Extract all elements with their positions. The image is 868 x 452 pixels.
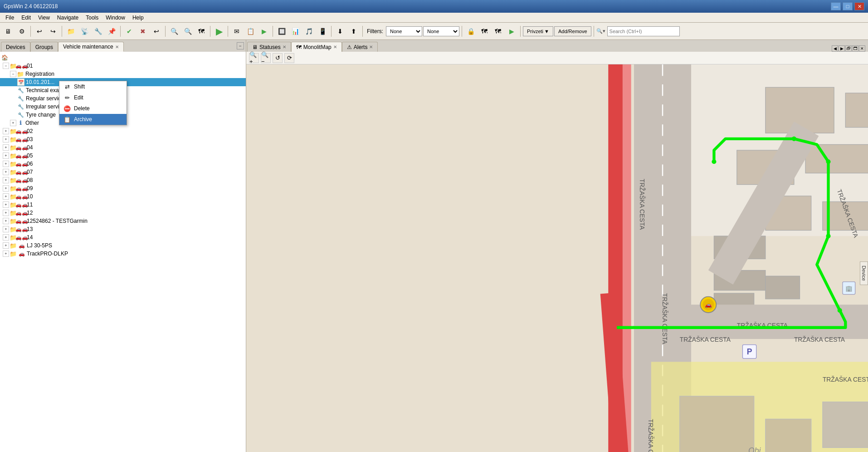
tree-expand-06[interactable]: + (3, 161, 9, 167)
toolbar-btn-route3[interactable]: ▶ (505, 25, 518, 38)
toolbar-btn-6[interactable]: 📌 (105, 25, 118, 38)
tree-item-lj30[interactable]: + 📁 🚗 LJ 30-5PS (0, 241, 246, 250)
toolbar-btn-c2[interactable]: 📊 (289, 25, 302, 38)
tree-item-06[interactable]: + 📁 🚗🚗 06 (0, 160, 246, 168)
panel-max-button[interactable]: 🗖 (852, 45, 858, 52)
tab-devices[interactable]: Devices (1, 42, 30, 52)
tree-item-11[interactable]: + 📁 🚗🚗 11 (0, 201, 246, 209)
menu-file[interactable]: File (2, 14, 18, 22)
tab-prev-button[interactable]: ◀ (832, 45, 838, 52)
toolbar-btn-route[interactable]: 🗺 (478, 25, 491, 38)
menu-help[interactable]: Help (129, 14, 147, 22)
toolbar-btn-c1[interactable]: 🔲 (275, 25, 288, 38)
tree-expand-10[interactable]: + (3, 193, 9, 200)
panel-close-button[interactable]: ✕ (859, 45, 865, 52)
ctx-edit[interactable]: ✏ Edit (59, 92, 127, 103)
toolbar-btn-lock[interactable]: 🔒 (464, 25, 477, 38)
toolbar-btn-3[interactable]: 📁 (64, 25, 77, 38)
toolbar-btn-arrow[interactable]: ▶ (213, 25, 225, 38)
tab-alerts-close[interactable]: ✕ (369, 44, 373, 49)
ctx-shift[interactable]: ⇄ Shift (59, 81, 127, 92)
menu-window[interactable]: Window (102, 14, 129, 22)
tree-item-07[interactable]: + 📁 🚗🚗 07 (0, 168, 246, 176)
privzeti-button[interactable]: Privzeti ▼ (523, 26, 553, 36)
minimize-button[interactable]: — (831, 2, 841, 10)
tab-alerts[interactable]: ⚠ Alerts ✕ (342, 42, 378, 52)
tree-item-09[interactable]: + 📁 🚗🚗 09 (0, 184, 246, 192)
tree-item-02[interactable]: + 📁 🚗🚗 02 (0, 127, 246, 135)
tree-expand-03[interactable]: + (3, 136, 9, 142)
toolbar-btn-5[interactable]: 🔧 (92, 25, 104, 38)
map-zoom-in-button[interactable]: 🔍+ (249, 53, 259, 63)
tree-expand-14[interactable]: + (3, 234, 9, 241)
toolbar-btn-play[interactable]: ▶ (258, 25, 270, 38)
tree-item-01[interactable]: − 📁 🚗🚗 01 (0, 62, 246, 70)
tree-expand-testgarmin[interactable]: + (3, 218, 9, 224)
tree-item-03[interactable]: + 📁 🚗🚗 03 (0, 135, 246, 143)
tree-item-08[interactable]: + 📁 🚗🚗 08 (0, 176, 246, 184)
tree-expand-01[interactable]: − (3, 63, 9, 69)
map-refresh-button[interactable]: ↺ (273, 53, 283, 63)
tree-expand-lj30[interactable]: + (3, 242, 9, 249)
tree-expand-05[interactable]: + (3, 152, 9, 159)
menu-tools[interactable]: Tools (82, 14, 102, 22)
search-input[interactable] (607, 26, 680, 36)
toolbar-btn-download[interactable]: ⬇ (334, 25, 346, 38)
tree-item-trackpro[interactable]: + 📁 🚗 TrackPRO-DLKP (0, 250, 246, 258)
menu-edit[interactable]: Edit (18, 14, 34, 22)
panel-minimize-button[interactable]: − (237, 42, 244, 49)
tree-item-04[interactable]: + 📁 🚗🚗 04 (0, 143, 246, 152)
toolbar-btn-x[interactable]: ✖ (137, 25, 149, 38)
tree-home[interactable]: 🏠 (0, 54, 246, 62)
toolbar-btn-search[interactable]: 🔍 (181, 25, 194, 38)
toolbar-btn-back[interactable]: ↩ (150, 25, 163, 38)
tab-statuses[interactable]: 🖥 Statuses ✕ (247, 42, 291, 52)
toolbar-btn-2[interactable]: ⚙ (15, 25, 28, 38)
toolbar-btn-upload[interactable]: ⬆ (347, 25, 360, 38)
toolbar-btn-undo[interactable]: ↩ (33, 25, 46, 38)
tree-item-testgarmin[interactable]: + 📁 🚗🚗 12524862 - TESTGarmin (0, 217, 246, 225)
tree-item-registration[interactable]: − 📁 Registration (0, 70, 246, 78)
tree-expand-09[interactable]: + (3, 185, 9, 192)
ctx-archive[interactable]: 📋 Archive (59, 114, 127, 125)
map-zoom-out-button[interactable]: 🔍− (261, 53, 271, 63)
tree-item-14[interactable]: + 📁 🚗🚗 14 (0, 233, 246, 241)
tree-expand-other[interactable]: + (10, 120, 16, 126)
tree-expand-11[interactable]: + (3, 201, 9, 208)
map-rotate-button[interactable]: ⟳ (284, 53, 294, 63)
ctx-delete[interactable]: ⛔ Delete (59, 103, 127, 114)
tab-monolitmap[interactable]: 🗺 MonolitMap ✕ (291, 42, 342, 52)
tree-item-12[interactable]: + 📁 🚗🚗 12 (0, 209, 246, 217)
tree-expand-registration[interactable]: − (10, 71, 16, 77)
toolbar-btn-4[interactable]: 📡 (78, 25, 91, 38)
tree-expand-trackpro[interactable]: + (3, 251, 9, 257)
tree-expand-04[interactable]: + (3, 144, 9, 151)
tree-expand-07[interactable]: + (3, 169, 9, 175)
tab-next-button[interactable]: ▶ (839, 45, 845, 52)
toolbar-btn-map[interactable]: 🗺 (195, 25, 208, 38)
maximize-button[interactable]: □ (843, 2, 853, 10)
toolbar-btn-c3[interactable]: 🎵 (302, 25, 315, 38)
menu-view[interactable]: View (34, 14, 54, 22)
tab-groups[interactable]: Groups (30, 42, 58, 52)
toolbar-btn-route2[interactable]: 🗺 (492, 25, 504, 38)
panel-restore-button[interactable]: 🗗 (845, 45, 852, 52)
map-area[interactable]: TRŽAŠKA CESTA TRŽAŠKA CESTA TRŽAŠKA CEST… (246, 64, 868, 452)
side-device-tab[interactable]: Device (860, 261, 868, 285)
toolbar-btn-zoom[interactable]: 🔍 (168, 25, 180, 38)
filter-select-2[interactable]: None (423, 26, 459, 36)
menu-navigate[interactable]: Navigate (54, 14, 82, 22)
tree-expand-12[interactable]: + (3, 210, 9, 216)
addremove-button[interactable]: Add/Remove (554, 26, 591, 36)
toolbar-btn-msg[interactable]: ✉ (230, 25, 243, 38)
toolbar-btn-c4[interactable]: 📱 (316, 25, 329, 38)
toolbar-btn-check[interactable]: ✔ (123, 25, 136, 38)
filter-select-1[interactable]: None (386, 26, 422, 36)
tab-vehicle-maintenance-close[interactable]: ✕ (115, 44, 119, 49)
tree-item-05[interactable]: + 📁 🚗🚗 05 (0, 152, 246, 160)
tab-vehicle-maintenance[interactable]: Vehicle maintenance ✕ (58, 42, 124, 52)
toolbar-btn-1[interactable]: 🖥 (2, 25, 15, 38)
tab-monolitmap-close[interactable]: ✕ (333, 44, 337, 49)
toolbar-btn-msg2[interactable]: 📋 (244, 25, 257, 38)
toolbar-btn-redo[interactable]: ↪ (47, 25, 59, 38)
